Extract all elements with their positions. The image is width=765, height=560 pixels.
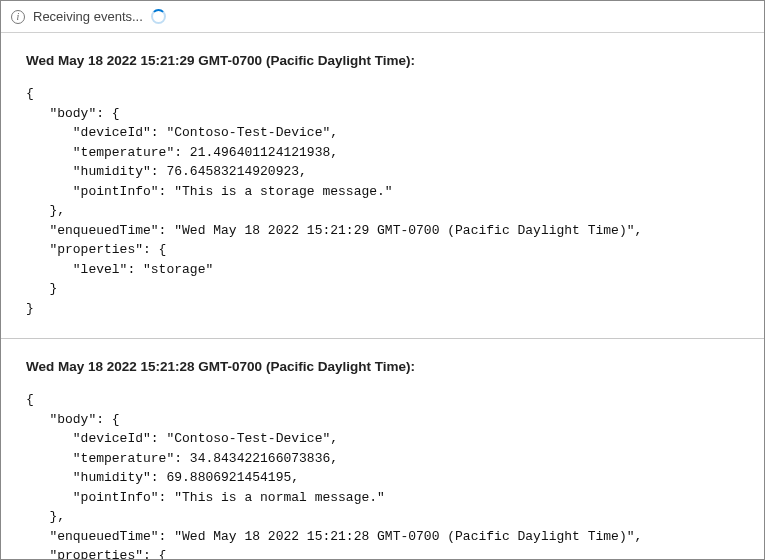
event-item: Wed May 18 2022 15:21:29 GMT-0700 (Pacif… [1,33,764,339]
event-list[interactable]: Wed May 18 2022 15:21:29 GMT-0700 (Pacif… [1,33,764,559]
status-bar: i Receiving events... [1,1,764,33]
event-json-body: { "body": { "deviceId": "Contoso-Test-De… [26,84,739,318]
event-timestamp-header: Wed May 18 2022 15:21:28 GMT-0700 (Pacif… [26,359,739,374]
info-icon: i [11,10,25,24]
event-item: Wed May 18 2022 15:21:28 GMT-0700 (Pacif… [1,339,764,559]
event-json-body: { "body": { "deviceId": "Contoso-Test-De… [26,390,739,559]
spinner-icon [151,9,166,24]
status-text: Receiving events... [33,9,143,24]
event-timestamp-header: Wed May 18 2022 15:21:29 GMT-0700 (Pacif… [26,53,739,68]
